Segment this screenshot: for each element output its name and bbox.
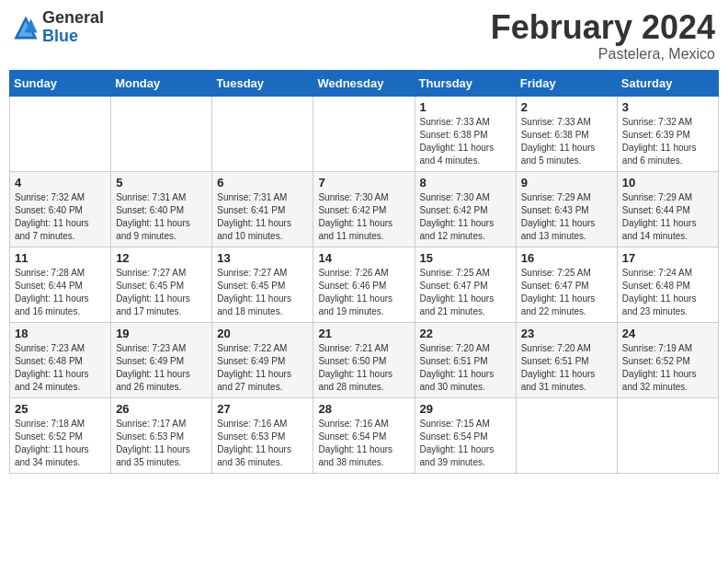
calendar-cell: 7Sunrise: 7:30 AM Sunset: 6:42 PM Daylig… (313, 171, 415, 247)
day-info: Sunrise: 7:21 AM Sunset: 6:50 PM Dayligh… (318, 342, 409, 394)
logo-text: General Blue (42, 9, 104, 46)
day-number: 16 (521, 251, 612, 265)
day-info: Sunrise: 7:28 AM Sunset: 6:44 PM Dayligh… (15, 267, 106, 318)
weekday-header-sunday: Sunday (10, 70, 111, 96)
calendar-cell (111, 96, 212, 171)
day-info: Sunrise: 7:23 AM Sunset: 6:49 PM Dayligh… (116, 342, 207, 394)
calendar-cell: 16Sunrise: 7:25 AM Sunset: 6:47 PM Dayli… (516, 247, 617, 322)
day-number: 2 (521, 100, 612, 114)
day-number: 14 (318, 251, 409, 265)
day-number: 29 (420, 402, 511, 416)
calendar-cell: 4Sunrise: 7:32 AM Sunset: 6:40 PM Daylig… (10, 171, 111, 247)
day-info: Sunrise: 7:18 AM Sunset: 6:52 PM Dayligh… (15, 418, 106, 469)
day-info: Sunrise: 7:26 AM Sunset: 6:46 PM Dayligh… (318, 267, 409, 318)
calendar-cell: 18Sunrise: 7:23 AM Sunset: 6:48 PM Dayli… (10, 322, 111, 397)
calendar-cell: 1Sunrise: 7:33 AM Sunset: 6:38 PM Daylig… (415, 96, 516, 171)
weekday-header-wednesday: Wednesday (313, 70, 415, 96)
day-info: Sunrise: 7:20 AM Sunset: 6:51 PM Dayligh… (521, 342, 612, 394)
calendar-cell: 14Sunrise: 7:26 AM Sunset: 6:46 PM Dayli… (313, 247, 415, 322)
day-number: 28 (318, 402, 409, 416)
calendar-cell: 21Sunrise: 7:21 AM Sunset: 6:50 PM Dayli… (313, 322, 415, 397)
day-info: Sunrise: 7:25 AM Sunset: 6:47 PM Dayligh… (420, 267, 511, 318)
calendar-cell (516, 397, 617, 473)
day-number: 23 (521, 327, 612, 340)
month-title: February 2024 (491, 9, 715, 46)
calendar-cell: 25Sunrise: 7:18 AM Sunset: 6:52 PM Dayli… (10, 397, 111, 473)
calendar-cell: 24Sunrise: 7:19 AM Sunset: 6:52 PM Dayli… (617, 322, 718, 397)
day-info: Sunrise: 7:29 AM Sunset: 6:43 PM Dayligh… (521, 191, 612, 243)
weekday-header-monday: Monday (111, 70, 212, 96)
day-info: Sunrise: 7:23 AM Sunset: 6:48 PM Dayligh… (15, 342, 106, 394)
calendar-cell: 13Sunrise: 7:27 AM Sunset: 6:45 PM Dayli… (212, 247, 313, 322)
calendar-cell: 9Sunrise: 7:29 AM Sunset: 6:43 PM Daylig… (516, 171, 617, 247)
calendar-cell (212, 96, 313, 171)
day-number: 11 (15, 251, 106, 265)
calendar-cell: 27Sunrise: 7:16 AM Sunset: 6:53 PM Dayli… (212, 397, 313, 473)
calendar-week-3: 11Sunrise: 7:28 AM Sunset: 6:44 PM Dayli… (10, 247, 719, 322)
day-info: Sunrise: 7:32 AM Sunset: 6:39 PM Dayligh… (622, 116, 713, 167)
day-info: Sunrise: 7:33 AM Sunset: 6:38 PM Dayligh… (420, 116, 511, 167)
calendar-cell: 17Sunrise: 7:24 AM Sunset: 6:48 PM Dayli… (617, 247, 718, 322)
logo-blue-text: Blue (42, 28, 104, 46)
day-number: 19 (116, 327, 207, 340)
day-number: 3 (622, 100, 713, 114)
day-number: 17 (622, 251, 713, 265)
day-info: Sunrise: 7:27 AM Sunset: 6:45 PM Dayligh… (217, 267, 308, 318)
calendar-week-5: 25Sunrise: 7:18 AM Sunset: 6:52 PM Dayli… (10, 397, 719, 473)
day-info: Sunrise: 7:16 AM Sunset: 6:54 PM Dayligh… (318, 418, 409, 469)
calendar-cell: 3Sunrise: 7:32 AM Sunset: 6:39 PM Daylig… (617, 96, 718, 171)
day-info: Sunrise: 7:25 AM Sunset: 6:47 PM Dayligh… (521, 267, 612, 318)
day-number: 25 (15, 402, 106, 416)
day-info: Sunrise: 7:19 AM Sunset: 6:52 PM Dayligh… (622, 342, 713, 394)
day-info: Sunrise: 7:30 AM Sunset: 6:42 PM Dayligh… (318, 191, 409, 243)
day-info: Sunrise: 7:31 AM Sunset: 6:41 PM Dayligh… (217, 191, 308, 243)
title-block: February 2024 Pastelera, Mexico (491, 9, 715, 63)
day-number: 15 (420, 251, 511, 265)
calendar-table: SundayMondayTuesdayWednesdayThursdayFrid… (9, 70, 719, 474)
day-number: 9 (521, 176, 612, 190)
day-info: Sunrise: 7:20 AM Sunset: 6:51 PM Dayligh… (420, 342, 511, 394)
day-info: Sunrise: 7:15 AM Sunset: 6:54 PM Dayligh… (420, 418, 511, 469)
day-number: 20 (217, 327, 308, 340)
calendar-cell: 12Sunrise: 7:27 AM Sunset: 6:45 PM Dayli… (111, 247, 212, 322)
day-number: 22 (420, 327, 511, 340)
weekday-header-thursday: Thursday (415, 70, 516, 96)
day-number: 18 (15, 327, 106, 340)
day-number: 21 (318, 327, 409, 340)
day-number: 26 (116, 402, 207, 416)
calendar-cell (313, 96, 415, 171)
day-number: 8 (420, 176, 511, 190)
logo-icon (13, 15, 39, 40)
calendar-week-4: 18Sunrise: 7:23 AM Sunset: 6:48 PM Dayli… (10, 322, 719, 397)
day-info: Sunrise: 7:27 AM Sunset: 6:45 PM Dayligh… (116, 267, 207, 318)
day-info: Sunrise: 7:24 AM Sunset: 6:48 PM Dayligh… (622, 267, 713, 318)
day-info: Sunrise: 7:16 AM Sunset: 6:53 PM Dayligh… (217, 418, 308, 469)
calendar-cell: 19Sunrise: 7:23 AM Sunset: 6:49 PM Dayli… (111, 322, 212, 397)
day-number: 13 (217, 251, 308, 265)
calendar-cell: 5Sunrise: 7:31 AM Sunset: 6:40 PM Daylig… (111, 171, 212, 247)
calendar-cell: 26Sunrise: 7:17 AM Sunset: 6:53 PM Dayli… (111, 397, 212, 473)
calendar-cell: 8Sunrise: 7:30 AM Sunset: 6:42 PM Daylig… (415, 171, 516, 247)
day-info: Sunrise: 7:33 AM Sunset: 6:38 PM Dayligh… (521, 116, 612, 167)
day-info: Sunrise: 7:31 AM Sunset: 6:40 PM Dayligh… (116, 191, 207, 243)
day-info: Sunrise: 7:32 AM Sunset: 6:40 PM Dayligh… (15, 191, 106, 243)
calendar-cell (10, 96, 111, 171)
day-number: 1 (420, 100, 511, 114)
calendar-cell: 2Sunrise: 7:33 AM Sunset: 6:38 PM Daylig… (516, 96, 617, 171)
calendar-week-1: 1Sunrise: 7:33 AM Sunset: 6:38 PM Daylig… (10, 96, 719, 171)
day-number: 7 (318, 176, 409, 190)
calendar-cell: 23Sunrise: 7:20 AM Sunset: 6:51 PM Dayli… (516, 322, 617, 397)
day-number: 24 (622, 327, 713, 340)
weekday-header-row: SundayMondayTuesdayWednesdayThursdayFrid… (10, 70, 719, 96)
day-info: Sunrise: 7:30 AM Sunset: 6:42 PM Dayligh… (420, 191, 511, 243)
day-number: 27 (217, 402, 308, 416)
calendar-cell: 22Sunrise: 7:20 AM Sunset: 6:51 PM Dayli… (415, 322, 516, 397)
day-info: Sunrise: 7:17 AM Sunset: 6:53 PM Dayligh… (116, 418, 207, 469)
day-info: Sunrise: 7:22 AM Sunset: 6:49 PM Dayligh… (217, 342, 308, 394)
day-info: Sunrise: 7:29 AM Sunset: 6:44 PM Dayligh… (622, 191, 713, 243)
calendar-cell: 28Sunrise: 7:16 AM Sunset: 6:54 PM Dayli… (313, 397, 415, 473)
calendar-week-2: 4Sunrise: 7:32 AM Sunset: 6:40 PM Daylig… (10, 171, 719, 247)
calendar-cell: 15Sunrise: 7:25 AM Sunset: 6:47 PM Dayli… (415, 247, 516, 322)
weekday-header-saturday: Saturday (617, 70, 718, 96)
calendar-cell: 29Sunrise: 7:15 AM Sunset: 6:54 PM Dayli… (415, 397, 516, 473)
